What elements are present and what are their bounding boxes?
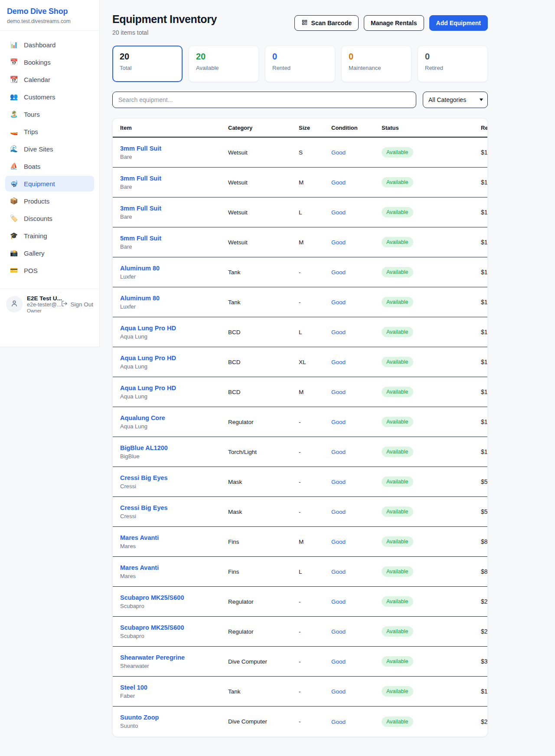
item-name-link[interactable]: Cressi Big Eyes [120, 474, 228, 481]
sidebar-item-pos[interactable]: 💳 POS [5, 263, 94, 278]
table-row: Aqua Lung Pro HD Aqua Lung BCD L Good Av… [113, 317, 487, 347]
item-name-link[interactable]: Scubapro MK25/S600 [120, 624, 228, 631]
condition-link[interactable]: Good [331, 688, 346, 695]
sidebar-item-label: Customers [24, 93, 56, 101]
item-category: Tank [228, 299, 299, 306]
item-name-link[interactable]: 3mm Full Suit [120, 205, 228, 212]
sidebar-item-trips[interactable]: 🚤 Trips [5, 124, 94, 139]
condition-link[interactable]: Good [331, 239, 346, 246]
sidebar-item-equipment[interactable]: 🤿 Equipment [5, 176, 94, 191]
item-name-link[interactable]: Cressi Big Eyes [120, 504, 228, 511]
table-row: 5mm Full Suit Bare Wetsuit M Good Availa… [113, 227, 487, 257]
sidebar-item-products[interactable]: 📦 Products [5, 193, 94, 209]
item-name-link[interactable]: 3mm Full Suit [120, 175, 228, 182]
item-name-link[interactable]: 3mm Full Suit [120, 145, 228, 152]
item-size: - [299, 509, 331, 515]
col-header-item: Item [120, 125, 228, 131]
sidebar-item-bookings[interactable]: 📅 Bookings [5, 54, 94, 70]
stat-card-maintenance[interactable]: 0 Maintenance [341, 46, 411, 82]
item-name-link[interactable]: Mares Avanti [120, 564, 228, 571]
item-size: M [299, 239, 331, 246]
item-category: Wetsuit [228, 239, 299, 246]
condition-link[interactable]: Good [331, 299, 346, 306]
item-name-link[interactable]: 5mm Full Suit [120, 235, 228, 242]
item-name-link[interactable]: BigBlue AL1200 [120, 444, 228, 451]
condition-link[interactable]: Good [331, 269, 346, 276]
item-cell: Cressi Big Eyes Cressi [120, 474, 228, 490]
condition-link[interactable]: Good [331, 389, 346, 395]
condition-link[interactable]: Good [331, 449, 346, 455]
sidebar-item-dashboard[interactable]: 📊 Dashboard [5, 37, 94, 53]
sidebar-item-customers[interactable]: 👥 Customers [5, 89, 94, 105]
item-name-link[interactable]: Suunto Zoop [120, 714, 228, 721]
sidebar-item-label: Equipment [24, 180, 55, 187]
condition-link[interactable]: Good [331, 329, 346, 335]
stat-card-rented[interactable]: 0 Rented [265, 46, 335, 82]
sidebar-item-label: Trips [24, 128, 38, 135]
condition-link[interactable]: Good [331, 569, 346, 575]
category-select[interactable]: All Categories [423, 92, 488, 108]
sidebar-item-discounts[interactable]: 🏷️ Discounts [5, 210, 94, 226]
stat-value: 0 [349, 52, 404, 62]
item-name-link[interactable]: Mares Avanti [120, 534, 228, 541]
item-brand: Faber [120, 693, 228, 699]
item-size: XL [299, 359, 331, 365]
item-rental: $20.00/day [481, 628, 488, 635]
item-name-link[interactable]: Aluminum 80 [120, 265, 228, 272]
sidebar-item-dive-sites[interactable]: 🌊 Dive Sites [5, 141, 94, 157]
stat-card-retired[interactable]: 0 Retired [418, 46, 488, 82]
status-badge: Available [382, 536, 413, 547]
status-badge: Available [382, 357, 413, 367]
item-name-link[interactable]: Aqualung Core [120, 414, 228, 421]
pos-icon: 💳 [10, 266, 18, 274]
table-row: Cressi Big Eyes Cressi Mask - Good Avail… [113, 467, 487, 497]
condition-link[interactable]: Good [331, 419, 346, 425]
sign-out-button[interactable]: Sign Out [61, 300, 93, 308]
sidebar-item-training[interactable]: 🎓 Training [5, 228, 94, 243]
condition-link[interactable]: Good [331, 209, 346, 216]
condition-link[interactable]: Good [331, 598, 346, 605]
condition-link[interactable]: Good [331, 658, 346, 665]
sidebar-item-label: Dive Sites [24, 145, 53, 153]
condition-link[interactable]: Good [331, 539, 346, 545]
condition-link[interactable]: Good [331, 628, 346, 635]
sidebar-item-calendar[interactable]: 📆 Calendar [5, 72, 94, 87]
stat-card-total[interactable]: 20 Total [112, 46, 183, 82]
stat-cards: 20 Total 20 Available 0 Rented 0 Mainten… [112, 46, 488, 82]
item-name-link[interactable]: Scubapro MK25/S600 [120, 594, 228, 601]
add-equipment-button[interactable]: Add Equipment [429, 15, 488, 31]
item-name-link[interactable]: Aluminum 80 [120, 295, 228, 302]
item-name-link[interactable]: Steel 100 [120, 684, 228, 691]
sign-out-icon [61, 300, 68, 308]
condition-link[interactable]: Good [331, 509, 346, 515]
status-badge: Available [382, 207, 413, 217]
condition-link[interactable]: Good [331, 719, 346, 725]
condition-link[interactable]: Good [331, 149, 346, 156]
condition-link[interactable]: Good [331, 359, 346, 365]
sidebar-item-tours[interactable]: 🏝️ Tours [5, 106, 94, 122]
item-size: M [299, 539, 331, 545]
manage-rentals-button[interactable]: Manage Rentals [364, 15, 424, 31]
stat-card-available[interactable]: 20 Available [189, 46, 259, 82]
item-category: BCD [228, 359, 299, 365]
item-name-link[interactable]: Aqua Lung Pro HD [120, 325, 228, 332]
item-rental: $8.00/day [481, 568, 488, 575]
sidebar-item-gallery[interactable]: 📸 Gallery [5, 245, 94, 261]
scan-barcode-button[interactable]: Scan Barcode [294, 15, 359, 31]
item-name-link[interactable]: Shearwater Peregrine [120, 654, 228, 661]
item-category: Mask [228, 479, 299, 485]
table-row: 3mm Full Suit Bare Wetsuit L Good Availa… [113, 197, 487, 227]
stat-label: Total [120, 65, 175, 71]
page-head-text: Equipment Inventory 20 items total [112, 13, 217, 36]
condition-link[interactable]: Good [331, 479, 346, 485]
table-row: Aqua Lung Pro HD Aqua Lung BCD M Good Av… [113, 377, 487, 407]
search-input[interactable] [112, 92, 416, 108]
brand-name[interactable]: Demo Dive Shop [7, 7, 92, 16]
item-size: M [299, 179, 331, 186]
item-rental: $25.00/day [481, 718, 488, 725]
item-name-link[interactable]: Aqua Lung Pro HD [120, 355, 228, 362]
condition-link[interactable]: Good [331, 179, 346, 186]
item-name-link[interactable]: Aqua Lung Pro HD [120, 385, 228, 391]
sidebar-item-boats[interactable]: ⛵ Boats [5, 158, 94, 174]
status-badge: Available [382, 717, 413, 727]
